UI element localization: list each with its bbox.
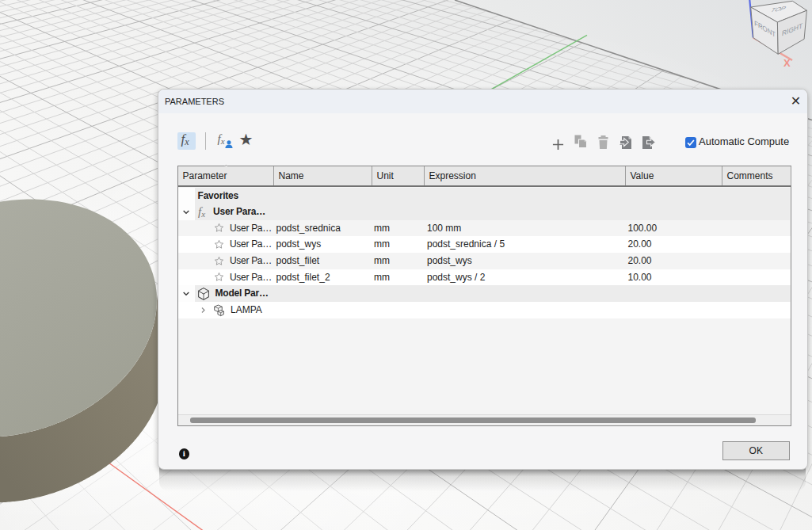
svg-text:X: X [783,57,791,69]
